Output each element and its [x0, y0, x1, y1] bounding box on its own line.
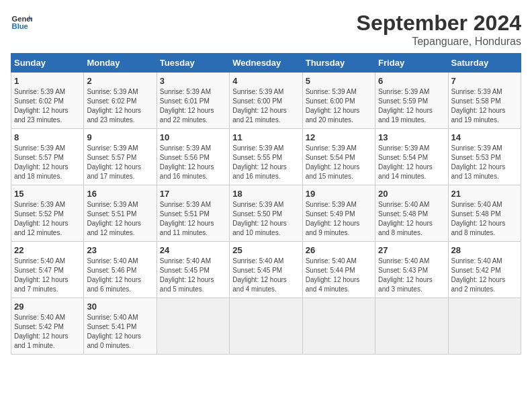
day-info: Sunrise: 5:39 AM Sunset: 5:54 PM Dayligh… — [306, 144, 372, 181]
calendar-header-friday: Friday — [375, 54, 448, 73]
calendar-cell: 3Sunrise: 5:39 AM Sunset: 6:01 PM Daylig… — [157, 73, 229, 129]
calendar-header-sunday: Sunday — [11, 54, 84, 73]
day-number: 4 — [232, 76, 299, 86]
day-number: 28 — [451, 245, 518, 255]
calendar-cell: 13Sunrise: 5:39 AM Sunset: 5:54 PM Dayli… — [375, 129, 448, 185]
day-number: 10 — [160, 132, 226, 142]
calendar-cell — [448, 298, 521, 355]
day-info: Sunrise: 5:39 AM Sunset: 5:49 PM Dayligh… — [306, 200, 372, 238]
page-header: General Blue September 2024 Tepanguare, … — [11, 11, 521, 48]
day-number: 20 — [378, 189, 445, 199]
day-info: Sunrise: 5:39 AM Sunset: 5:54 PM Dayligh… — [378, 144, 445, 181]
day-number: 26 — [306, 245, 372, 255]
calendar-cell: 1Sunrise: 5:39 AM Sunset: 6:02 PM Daylig… — [11, 73, 84, 129]
calendar-cell: 4Sunrise: 5:39 AM Sunset: 6:00 PM Daylig… — [230, 73, 302, 129]
calendar-header-monday: Monday — [84, 54, 157, 73]
day-info: Sunrise: 5:40 AM Sunset: 5:48 PM Dayligh… — [451, 200, 518, 238]
day-info: Sunrise: 5:39 AM Sunset: 5:55 PM Dayligh… — [232, 144, 299, 181]
calendar-week-1: 1Sunrise: 5:39 AM Sunset: 6:02 PM Daylig… — [11, 73, 521, 129]
day-number: 9 — [87, 132, 153, 142]
day-number: 16 — [87, 189, 153, 199]
calendar-cell: 2Sunrise: 5:39 AM Sunset: 6:02 PM Daylig… — [84, 73, 157, 129]
day-number: 19 — [306, 189, 372, 199]
day-number: 3 — [160, 76, 226, 86]
svg-text:Blue: Blue — [12, 22, 28, 30]
calendar-cell: 22Sunrise: 5:40 AM Sunset: 5:47 PM Dayli… — [11, 242, 84, 298]
calendar-cell: 20Sunrise: 5:40 AM Sunset: 5:48 PM Dayli… — [375, 185, 448, 242]
day-info: Sunrise: 5:39 AM Sunset: 5:51 PM Dayligh… — [87, 200, 153, 238]
day-info: Sunrise: 5:39 AM Sunset: 5:57 PM Dayligh… — [14, 144, 81, 181]
calendar-cell: 7Sunrise: 5:39 AM Sunset: 5:58 PM Daylig… — [448, 73, 521, 129]
day-info: Sunrise: 5:40 AM Sunset: 5:46 PM Dayligh… — [87, 257, 153, 294]
day-number: 7 — [451, 76, 518, 86]
calendar-table: SundayMondayTuesdayWednesdayThursdayFrid… — [11, 53, 521, 355]
calendar-cell: 23Sunrise: 5:40 AM Sunset: 5:46 PM Dayli… — [84, 242, 157, 298]
calendar-week-2: 8Sunrise: 5:39 AM Sunset: 5:57 PM Daylig… — [11, 129, 521, 185]
day-info: Sunrise: 5:39 AM Sunset: 6:00 PM Dayligh… — [232, 87, 299, 125]
calendar-cell: 11Sunrise: 5:39 AM Sunset: 5:55 PM Dayli… — [230, 129, 302, 185]
calendar-cell: 16Sunrise: 5:39 AM Sunset: 5:51 PM Dayli… — [84, 185, 157, 242]
day-number: 18 — [232, 189, 299, 199]
calendar-cell: 27Sunrise: 5:40 AM Sunset: 5:43 PM Dayli… — [375, 242, 448, 298]
day-info: Sunrise: 5:40 AM Sunset: 5:45 PM Dayligh… — [232, 257, 299, 294]
calendar-body: 1Sunrise: 5:39 AM Sunset: 6:02 PM Daylig… — [11, 73, 521, 355]
day-info: Sunrise: 5:39 AM Sunset: 5:58 PM Dayligh… — [451, 87, 518, 125]
calendar-header-tuesday: Tuesday — [157, 54, 229, 73]
month-title: September 2024 — [357, 11, 521, 36]
day-number: 2 — [87, 76, 153, 86]
logo-icon: General Blue — [11, 11, 32, 32]
day-info: Sunrise: 5:39 AM Sunset: 6:00 PM Dayligh… — [306, 87, 372, 125]
day-number: 29 — [14, 302, 81, 312]
day-info: Sunrise: 5:40 AM Sunset: 5:48 PM Dayligh… — [378, 200, 445, 238]
day-info: Sunrise: 5:40 AM Sunset: 5:45 PM Dayligh… — [160, 257, 226, 294]
calendar-header-row: SundayMondayTuesdayWednesdayThursdayFrid… — [11, 54, 521, 73]
calendar-cell: 12Sunrise: 5:39 AM Sunset: 5:54 PM Dayli… — [302, 129, 375, 185]
calendar-cell: 14Sunrise: 5:39 AM Sunset: 5:53 PM Dayli… — [448, 129, 521, 185]
calendar-cell — [375, 298, 448, 355]
calendar-cell: 5Sunrise: 5:39 AM Sunset: 6:00 PM Daylig… — [302, 73, 375, 129]
day-info: Sunrise: 5:39 AM Sunset: 6:01 PM Dayligh… — [160, 87, 226, 125]
calendar-cell: 26Sunrise: 5:40 AM Sunset: 5:44 PM Dayli… — [302, 242, 375, 298]
calendar-week-4: 22Sunrise: 5:40 AM Sunset: 5:47 PM Dayli… — [11, 242, 521, 298]
calendar-header-wednesday: Wednesday — [230, 54, 302, 73]
day-number: 30 — [87, 302, 153, 312]
day-info: Sunrise: 5:39 AM Sunset: 5:51 PM Dayligh… — [160, 200, 226, 238]
day-number: 11 — [232, 132, 299, 142]
day-info: Sunrise: 5:40 AM Sunset: 5:44 PM Dayligh… — [306, 257, 372, 294]
day-info: Sunrise: 5:39 AM Sunset: 5:57 PM Dayligh… — [87, 144, 153, 181]
calendar-cell: 8Sunrise: 5:39 AM Sunset: 5:57 PM Daylig… — [11, 129, 84, 185]
day-number: 6 — [378, 76, 445, 86]
calendar-cell: 15Sunrise: 5:39 AM Sunset: 5:52 PM Dayli… — [11, 185, 84, 242]
calendar-header-thursday: Thursday — [302, 54, 375, 73]
calendar-cell — [302, 298, 375, 355]
day-info: Sunrise: 5:40 AM Sunset: 5:42 PM Dayligh… — [14, 313, 81, 351]
title-area: September 2024 Tepanguare, Honduras — [357, 11, 521, 48]
day-number: 22 — [14, 245, 81, 255]
day-number: 14 — [451, 132, 518, 142]
day-info: Sunrise: 5:40 AM Sunset: 5:43 PM Dayligh… — [378, 257, 445, 294]
calendar-cell: 29Sunrise: 5:40 AM Sunset: 5:42 PM Dayli… — [11, 298, 84, 355]
day-info: Sunrise: 5:39 AM Sunset: 5:52 PM Dayligh… — [14, 200, 81, 238]
day-info: Sunrise: 5:40 AM Sunset: 5:47 PM Dayligh… — [14, 257, 81, 294]
day-number: 8 — [14, 132, 81, 142]
calendar-cell — [157, 298, 229, 355]
calendar-week-3: 15Sunrise: 5:39 AM Sunset: 5:52 PM Dayli… — [11, 185, 521, 242]
calendar-cell: 17Sunrise: 5:39 AM Sunset: 5:51 PM Dayli… — [157, 185, 229, 242]
day-number: 23 — [87, 245, 153, 255]
day-info: Sunrise: 5:40 AM Sunset: 5:41 PM Dayligh… — [87, 313, 153, 351]
day-info: Sunrise: 5:39 AM Sunset: 6:02 PM Dayligh… — [14, 87, 81, 125]
day-number: 5 — [306, 76, 372, 86]
calendar-cell: 19Sunrise: 5:39 AM Sunset: 5:49 PM Dayli… — [302, 185, 375, 242]
calendar-cell: 6Sunrise: 5:39 AM Sunset: 5:59 PM Daylig… — [375, 73, 448, 129]
day-number: 25 — [232, 245, 299, 255]
day-number: 1 — [14, 76, 81, 86]
location-subtitle: Tepanguare, Honduras — [357, 36, 521, 48]
day-number: 24 — [160, 245, 226, 255]
day-info: Sunrise: 5:39 AM Sunset: 5:56 PM Dayligh… — [160, 144, 226, 181]
calendar-cell — [230, 298, 302, 355]
calendar-week-5: 29Sunrise: 5:40 AM Sunset: 5:42 PM Dayli… — [11, 298, 521, 355]
day-number: 13 — [378, 132, 445, 142]
calendar-cell: 9Sunrise: 5:39 AM Sunset: 5:57 PM Daylig… — [84, 129, 157, 185]
day-info: Sunrise: 5:39 AM Sunset: 6:02 PM Dayligh… — [87, 87, 153, 125]
day-info: Sunrise: 5:40 AM Sunset: 5:42 PM Dayligh… — [451, 257, 518, 294]
